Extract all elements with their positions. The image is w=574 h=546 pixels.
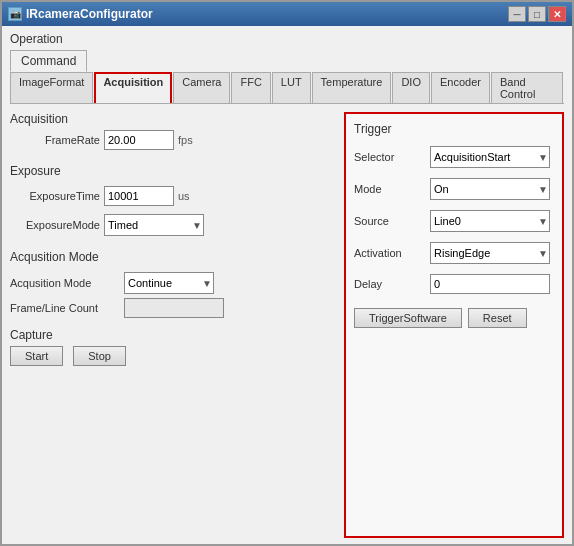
acqmode-group-label: Acqusition Mode	[10, 250, 336, 264]
exposuremode-select[interactable]: Timed TriggerWidth Off	[104, 214, 204, 236]
exposuremode-label: ExposureMode	[10, 219, 100, 231]
sub-tab-row: ImageFormat Acquisition Camera FFC LUT T…	[10, 72, 564, 104]
tab-lut[interactable]: LUT	[272, 72, 311, 103]
exposuretime-label: ExposureTime	[10, 190, 100, 202]
minimize-button[interactable]: ─	[508, 6, 526, 22]
tab-dio[interactable]: DIO	[392, 72, 430, 103]
title-bar-left: 📷 IRcameraConfigurator	[8, 7, 153, 21]
trigger-software-button[interactable]: TriggerSoftware	[354, 308, 462, 328]
trigger-delay-row: Delay	[354, 274, 554, 294]
title-buttons: ─ □ ✕	[508, 6, 566, 22]
capture-buttons: Start Stop	[10, 346, 336, 366]
trigger-panel: Trigger Selector AcquisitionStart FrameS…	[344, 112, 564, 538]
tab-camera[interactable]: Camera	[173, 72, 230, 103]
trigger-activation-row: Activation RisingEdge FallingEdge AnyEdg…	[354, 242, 554, 264]
trigger-selector-label: Selector	[354, 151, 424, 163]
framelinecount-input[interactable]	[124, 298, 224, 318]
trigger-activation-wrap: RisingEdge FallingEdge AnyEdge ▼	[430, 242, 550, 264]
main-area: Acquisition FrameRate fps Exposure Expos…	[10, 104, 564, 538]
app-icon: 📷	[8, 7, 22, 21]
start-button[interactable]: Start	[10, 346, 63, 366]
maximize-button[interactable]: □	[528, 6, 546, 22]
exposuremode-select-wrap: Timed TriggerWidth Off ▼	[104, 214, 204, 236]
window-title: IRcameraConfigurator	[26, 7, 153, 21]
exposuretime-row: ExposureTime us	[10, 186, 336, 206]
framerate-row: FrameRate fps	[10, 130, 336, 150]
tab-command[interactable]: Command	[10, 50, 87, 72]
exposuremode-row: ExposureMode Timed TriggerWidth Off ▼	[10, 214, 336, 236]
trigger-delay-label: Delay	[354, 278, 424, 290]
left-panel: Acquisition FrameRate fps Exposure Expos…	[10, 112, 336, 538]
framelinecount-field: Frame/Line Count	[10, 298, 336, 318]
exposure-group-label: Exposure	[10, 164, 336, 178]
tab-imageformat[interactable]: ImageFormat	[10, 72, 93, 103]
trigger-selector-select[interactable]: AcquisitionStart FrameStart LineStart	[430, 146, 550, 168]
trigger-source-label: Source	[354, 215, 424, 227]
stop-button[interactable]: Stop	[73, 346, 126, 366]
trigger-delay-input[interactable]	[430, 274, 550, 294]
trigger-activation-label: Activation	[354, 247, 424, 259]
tab-acquisition[interactable]: Acquisition	[94, 72, 172, 103]
acquisition-group: Acquisition FrameRate fps	[10, 112, 336, 154]
exposuretime-input[interactable]	[104, 186, 174, 206]
framerate-unit: fps	[178, 134, 193, 146]
operation-label: Operation	[10, 32, 564, 46]
trigger-source-wrap: Line0 Line1 Software ▼	[430, 210, 550, 232]
acqmode-label: Acqusition Mode	[10, 277, 120, 289]
window-content: Operation Command ImageFormat Acquisitio…	[2, 26, 572, 544]
tab-bandcontrol[interactable]: Band Control	[491, 72, 563, 103]
trigger-mode-row: Mode On Off ▼	[354, 178, 554, 200]
capture-group-label: Capture	[10, 328, 336, 342]
trigger-activation-select[interactable]: RisingEdge FallingEdge AnyEdge	[430, 242, 550, 264]
trigger-selector-row: Selector AcquisitionStart FrameStart Lin…	[354, 146, 554, 168]
framerate-label: FrameRate	[10, 134, 100, 146]
trigger-mode-select[interactable]: On Off	[430, 178, 550, 200]
exposure-group: Exposure ExposureTime us ExposureMode Ti…	[10, 164, 336, 240]
acqmode-field: Acqusition Mode Continue SingleFrame Mul…	[10, 272, 336, 294]
acqmode-group: Acqusition Mode Acqusition Mode Continue…	[10, 250, 336, 318]
tab-temperature[interactable]: Temperature	[312, 72, 392, 103]
main-window: 📷 IRcameraConfigurator ─ □ ✕ Operation C…	[0, 0, 574, 546]
acqmode-select[interactable]: Continue SingleFrame MultiFrame	[124, 272, 214, 294]
trigger-group-label: Trigger	[354, 122, 554, 136]
command-tab-row: Command	[10, 50, 564, 72]
acquisition-group-label: Acquisition	[10, 112, 336, 126]
exposuretime-unit: us	[178, 190, 190, 202]
trigger-source-row: Source Line0 Line1 Software ▼	[354, 210, 554, 232]
title-bar: 📷 IRcameraConfigurator ─ □ ✕	[2, 2, 572, 26]
tab-ffc[interactable]: FFC	[231, 72, 270, 103]
trigger-button-row: TriggerSoftware Reset	[354, 308, 554, 328]
trigger-mode-label: Mode	[354, 183, 424, 195]
capture-group: Capture Start Stop	[10, 328, 336, 366]
framerate-input[interactable]	[104, 130, 174, 150]
tab-encoder[interactable]: Encoder	[431, 72, 490, 103]
acqmode-select-wrap: Continue SingleFrame MultiFrame ▼	[124, 272, 214, 294]
trigger-selector-wrap: AcquisitionStart FrameStart LineStart ▼	[430, 146, 550, 168]
framelinecount-label: Frame/Line Count	[10, 302, 120, 314]
trigger-mode-wrap: On Off ▼	[430, 178, 550, 200]
close-button[interactable]: ✕	[548, 6, 566, 22]
trigger-source-select[interactable]: Line0 Line1 Software	[430, 210, 550, 232]
trigger-reset-button[interactable]: Reset	[468, 308, 527, 328]
